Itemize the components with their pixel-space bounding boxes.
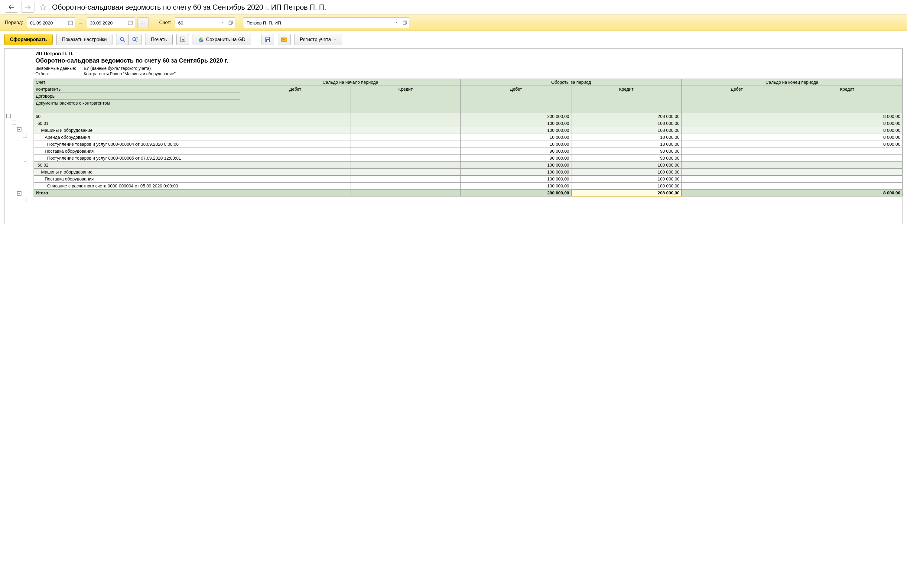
table-cell[interactable]: 8 000,00 bbox=[792, 189, 902, 197]
table-cell[interactable] bbox=[350, 120, 461, 127]
preview-button[interactable] bbox=[176, 34, 189, 45]
tree-collapse-button[interactable] bbox=[12, 121, 16, 125]
table-cell[interactable] bbox=[681, 141, 792, 148]
table-cell[interactable]: Итого bbox=[34, 189, 240, 197]
table-cell[interactable] bbox=[240, 141, 350, 148]
table-cell[interactable]: 90 000,00 bbox=[571, 148, 681, 155]
date-to-calendar-button[interactable] bbox=[126, 17, 135, 28]
table-cell[interactable]: 10 000,00 bbox=[461, 134, 571, 141]
forward-button[interactable] bbox=[21, 2, 34, 13]
tree-collapse-button[interactable] bbox=[23, 198, 27, 202]
period-select-button[interactable]: ... bbox=[138, 17, 149, 28]
table-cell[interactable]: 8 000,00 bbox=[792, 120, 902, 127]
table-cell[interactable]: 60.01 bbox=[34, 120, 240, 127]
table-cell[interactable] bbox=[240, 120, 350, 127]
table-cell[interactable]: 100 000,00 bbox=[571, 169, 681, 176]
account-input[interactable] bbox=[175, 17, 217, 28]
table-cell[interactable]: 208 000,00 bbox=[571, 189, 681, 197]
organization-input[interactable] bbox=[243, 17, 391, 28]
table-cell[interactable]: Машины и оборудование bbox=[34, 127, 240, 134]
table-cell[interactable] bbox=[681, 127, 792, 134]
table-cell[interactable] bbox=[350, 169, 461, 176]
date-to-input[interactable] bbox=[87, 17, 126, 28]
table-cell[interactable] bbox=[792, 162, 902, 169]
organization-dropdown-button[interactable] bbox=[391, 17, 400, 28]
save-gd-button[interactable]: Сохранить на GD bbox=[192, 34, 251, 45]
print-button[interactable]: Печать bbox=[145, 34, 172, 45]
table-cell[interactable]: 100 000,00 bbox=[571, 162, 681, 169]
table-cell[interactable] bbox=[350, 176, 461, 183]
table-cell[interactable]: 108 000,00 bbox=[571, 127, 681, 134]
table-cell[interactable] bbox=[792, 148, 902, 155]
table-cell[interactable] bbox=[350, 183, 461, 189]
back-button[interactable] bbox=[5, 2, 18, 13]
search-clear-button[interactable] bbox=[129, 34, 141, 45]
table-cell[interactable] bbox=[240, 162, 350, 169]
table-cell[interactable] bbox=[240, 134, 350, 141]
table-cell[interactable]: 18 000,00 bbox=[571, 141, 681, 148]
tree-collapse-button[interactable] bbox=[17, 127, 21, 131]
table-cell[interactable] bbox=[681, 155, 792, 162]
table-cell[interactable] bbox=[240, 176, 350, 183]
table-cell[interactable]: 100 000,00 bbox=[571, 183, 681, 189]
table-cell[interactable]: 100 000,00 bbox=[461, 127, 571, 134]
table-cell[interactable]: 100 000,00 bbox=[461, 176, 571, 183]
table-cell[interactable] bbox=[681, 183, 792, 189]
table-cell[interactable]: 100 000,00 bbox=[461, 162, 571, 169]
table-cell[interactable]: 8 000,00 bbox=[792, 141, 902, 148]
table-cell[interactable]: 90 000,00 bbox=[461, 155, 571, 162]
save-button[interactable] bbox=[261, 34, 274, 45]
table-cell[interactable]: 8 000,00 bbox=[792, 127, 902, 134]
table-cell[interactable]: 8 000,00 bbox=[792, 134, 902, 141]
search-button[interactable] bbox=[116, 34, 129, 45]
tree-collapse-button[interactable] bbox=[17, 191, 21, 195]
table-cell[interactable]: 100 000,00 bbox=[461, 183, 571, 189]
table-cell[interactable]: Списание с расчетного счета 0000-000004 … bbox=[34, 183, 240, 189]
table-cell[interactable] bbox=[681, 176, 792, 183]
table-cell[interactable] bbox=[240, 148, 350, 155]
tree-collapse-button[interactable] bbox=[23, 159, 27, 163]
table-cell[interactable] bbox=[792, 176, 902, 183]
table-cell[interactable]: 8 000,00 bbox=[792, 113, 902, 120]
register-button[interactable]: Регистр учета bbox=[294, 34, 342, 45]
table-cell[interactable] bbox=[240, 169, 350, 176]
table-cell[interactable] bbox=[792, 155, 902, 162]
table-cell[interactable]: 90 000,00 bbox=[571, 155, 681, 162]
favorite-button[interactable] bbox=[37, 2, 48, 13]
table-cell[interactable] bbox=[792, 183, 902, 189]
table-cell[interactable] bbox=[681, 148, 792, 155]
table-cell[interactable] bbox=[350, 155, 461, 162]
table-cell[interactable] bbox=[681, 189, 792, 197]
table-cell[interactable] bbox=[240, 113, 350, 120]
table-cell[interactable] bbox=[681, 169, 792, 176]
table-cell[interactable] bbox=[681, 120, 792, 127]
table-cell[interactable]: Поступление товаров и услуг 0000-000004 … bbox=[34, 141, 240, 148]
table-cell[interactable] bbox=[350, 134, 461, 141]
table-cell[interactable] bbox=[350, 189, 461, 197]
organization-popup-button[interactable] bbox=[400, 17, 409, 28]
table-cell[interactable]: 100 000,00 bbox=[571, 176, 681, 183]
table-cell[interactable] bbox=[350, 113, 461, 120]
account-dropdown-button[interactable] bbox=[217, 17, 226, 28]
email-button[interactable] bbox=[278, 34, 290, 45]
table-cell[interactable]: 108 000,00 bbox=[571, 120, 681, 127]
table-cell[interactable]: 60 bbox=[34, 113, 240, 120]
table-cell[interactable] bbox=[240, 183, 350, 189]
table-cell[interactable]: Машины и оборудование bbox=[34, 169, 240, 176]
table-cell[interactable] bbox=[350, 141, 461, 148]
table-cell[interactable]: 100 000,00 bbox=[461, 169, 571, 176]
tree-collapse-button[interactable] bbox=[6, 114, 11, 118]
table-cell[interactable]: 208 000,00 bbox=[571, 113, 681, 120]
table-cell[interactable] bbox=[681, 162, 792, 169]
tree-collapse-button[interactable] bbox=[23, 134, 27, 138]
date-from-calendar-button[interactable] bbox=[66, 17, 75, 28]
table-cell[interactable]: Поставка оборудования bbox=[34, 148, 240, 155]
table-cell[interactable]: 18 000,00 bbox=[571, 134, 681, 141]
table-cell[interactable]: 200 000,00 bbox=[461, 189, 571, 197]
generate-button[interactable]: Сформировать bbox=[4, 34, 53, 45]
date-from-input[interactable] bbox=[27, 17, 66, 28]
table-cell[interactable]: 100 000,00 bbox=[461, 120, 571, 127]
table-cell[interactable] bbox=[350, 162, 461, 169]
table-cell[interactable] bbox=[350, 127, 461, 134]
table-cell[interactable] bbox=[240, 155, 350, 162]
